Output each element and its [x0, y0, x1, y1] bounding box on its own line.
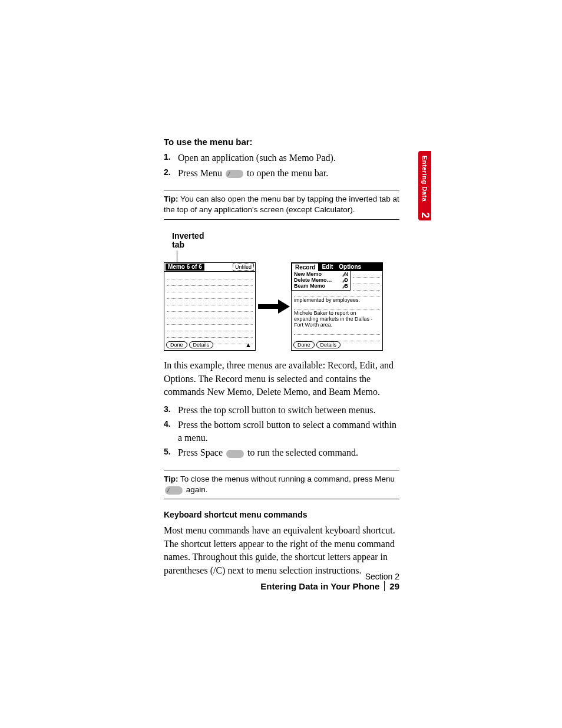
step-text: Press Menu to open the menu bar. [178, 167, 328, 180]
step-number: 4. [164, 419, 178, 430]
figure-area: Inverted tab Memo 6 of 6 Unfiled Done [164, 232, 399, 351]
page-number: 29 [384, 581, 399, 591]
text-fragment: Press Menu [178, 168, 224, 178]
memo-text-line: implemented by employees. [294, 297, 380, 303]
tip-box-1: Tip: You can also open the menu bar by t… [164, 190, 399, 219]
sidetab-number: 2 [419, 212, 431, 218]
svg-rect-0 [258, 304, 278, 309]
figure-callout-label: Inverted tab [172, 232, 399, 250]
arrow-icon [256, 299, 291, 314]
list-item: 4. Press the bottom scroll button to sel… [164, 419, 399, 444]
steps-list-2: 3. Press the top scroll button to switch… [164, 404, 399, 459]
step-text: Press the bottom scroll button to select… [178, 419, 399, 444]
list-item: 1. Open an application (such as Memo Pad… [164, 151, 399, 164]
dropdown-record-menu: New MemoN Delete Memo…D Beam MemoB [292, 271, 351, 291]
menu-item: Beam Memo [294, 283, 325, 289]
tip-text: again. [184, 485, 208, 494]
step-number: 5. [164, 446, 178, 457]
tip-text: You can also open the menu bar by tappin… [164, 195, 399, 214]
svg-marker-1 [278, 299, 290, 314]
list-item: 3. Press the top scroll button to switch… [164, 404, 399, 417]
footer-section: Section 2 [260, 572, 399, 581]
text-fragment: Inverted [172, 231, 204, 241]
step-number: 1. [164, 151, 178, 163]
memo-text-line: Michele Baker to report on expanding mar… [294, 310, 380, 328]
step-number: 3. [164, 404, 178, 415]
sidetab-label: Entering Data [421, 156, 428, 202]
step-number: 2. [164, 167, 178, 178]
menu-key-icon [226, 170, 243, 178]
category-selector: Unfiled [233, 263, 254, 271]
text-fragment: Press Space [178, 447, 225, 457]
tip-text: To close the menus without running a com… [178, 475, 395, 483]
menu-key-icon [165, 486, 183, 495]
details-button: Details [189, 341, 214, 348]
details-button: Details [316, 341, 341, 348]
done-button: Done [166, 341, 187, 348]
space-key-icon [226, 450, 244, 458]
tip-label: Tip: [164, 475, 178, 483]
menu-options: Options [336, 263, 364, 271]
list-item: 5. Press Space to run the selected comma… [164, 446, 399, 459]
menu-edit: Edit [319, 263, 336, 271]
body-paragraph: In this example, three menus are availab… [164, 359, 399, 398]
text-fragment: to open the menu bar. [247, 168, 328, 178]
done-button: Done [293, 341, 315, 348]
body-paragraph: Most menu commands have an equivalent ke… [164, 524, 399, 577]
tip-box-2: Tip: To close the menus without running … [164, 470, 399, 499]
list-item: 2. Press Menu to open the menu bar. [164, 167, 399, 180]
step-text: Press the top scroll button to switch be… [178, 404, 376, 417]
section-side-tab: Entering Data 2 [418, 151, 431, 220]
scroll-up-icon: ▲ [245, 341, 252, 348]
page-footer: Section 2 Entering Data in Your Phone 29 [260, 572, 399, 591]
menu-item: Delete Memo… [294, 277, 332, 283]
menu-item: New Memo [294, 271, 322, 277]
callout-line [177, 251, 177, 262]
screenshot-menu-open: Record Edit Options New MemoN Delete Mem… [291, 262, 383, 351]
menu-record: Record [292, 263, 319, 271]
menu-bar: Record Edit Options [292, 263, 382, 271]
step-text: Press Space to run the selected command. [178, 446, 358, 459]
text-fragment: to run the selected command. [247, 447, 358, 457]
step-text: Open an application (such as Memo Pad). [178, 151, 336, 164]
tip-label: Tip: [164, 195, 178, 203]
text-fragment: tab [172, 240, 184, 249]
heading-keyboard-shortcuts: Keyboard shortcut menu commands [164, 510, 399, 519]
screenshot-memo-pad: Memo 6 of 6 Unfiled Done Details ▲ [164, 262, 256, 351]
heading-use-menu-bar: To use the menu bar: [164, 137, 399, 147]
footer-title: Entering Data in Your Phone [260, 581, 379, 591]
window-title: Memo 6 of 6 [166, 263, 204, 271]
steps-list-1: 1. Open an application (such as Memo Pad… [164, 151, 399, 179]
